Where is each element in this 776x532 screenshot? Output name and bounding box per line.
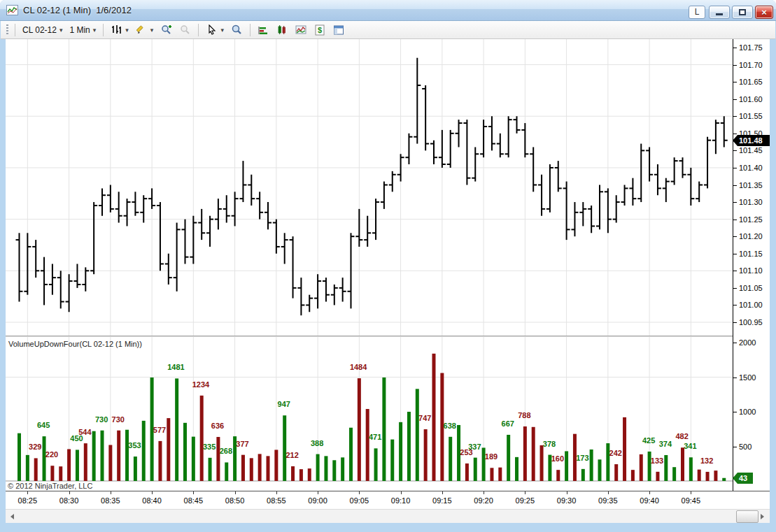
volume-label: 667 — [502, 419, 514, 428]
link-button[interactable]: L — [689, 6, 705, 19]
volume-label: 133 — [651, 456, 663, 465]
svg-text:$: $ — [318, 26, 322, 34]
volume-label: 220 — [45, 450, 58, 459]
volume-label: 242 — [609, 449, 622, 457]
cursor-tool-button[interactable]: ▾ — [202, 22, 227, 38]
price-tick-label: 101.00 — [739, 301, 763, 309]
volume-label: 947 — [278, 400, 290, 408]
price-tick-label: 101.75 — [739, 43, 763, 52]
drawing-tool-button[interactable]: ▾ — [132, 22, 157, 38]
toolbar: CL 02-12▾ 1 Min▾ ▾ ▾ ▾ $ — [1, 21, 775, 39]
volume-label: 337 — [468, 443, 481, 451]
volume-label: 730 — [112, 415, 125, 424]
price-tick-label: 101.55 — [739, 112, 763, 120]
time-tick-label: 09:15 — [427, 496, 458, 505]
price-tick-label: 101.40 — [739, 164, 763, 172]
volume-label: 335 — [203, 443, 216, 451]
close-button[interactable]: × — [755, 6, 773, 19]
volume-label: 378 — [543, 440, 556, 448]
volume-label: 730 — [95, 415, 108, 424]
indicators-button[interactable] — [254, 22, 273, 38]
volume-label: 377 — [236, 440, 248, 448]
zoom-out-button[interactable] — [176, 22, 195, 38]
time-tick-label: 09:30 — [551, 496, 582, 505]
volume-label: 544 — [78, 428, 91, 436]
time-tick-label: 08:50 — [220, 496, 251, 505]
price-tick-label: 101.35 — [739, 181, 763, 189]
volume-label: 1234 — [192, 380, 209, 389]
interval-selector[interactable]: 1 Min▾ — [66, 22, 99, 38]
properties-icon — [333, 24, 345, 36]
toolbar-grip[interactable] — [6, 24, 8, 36]
time-tick-label: 09:45 — [675, 496, 706, 505]
chevron-down-icon: ▾ — [150, 27, 154, 34]
time-tick-label: 09:00 — [302, 496, 333, 505]
volume-label: 212 — [285, 451, 298, 459]
price-chart[interactable] — [6, 39, 733, 336]
badge-arrow-icon — [733, 473, 738, 484]
restore-button[interactable] — [732, 6, 753, 19]
data-box-button[interactable] — [227, 22, 246, 38]
volume-label: 173 — [576, 454, 588, 462]
separator — [15, 24, 15, 36]
price-panel[interactable] — [6, 39, 733, 336]
minimize-button[interactable] — [709, 6, 730, 19]
chart-region-button[interactable] — [292, 22, 311, 38]
volume-label: 638 — [444, 422, 456, 430]
volume-label: 788 — [518, 411, 530, 419]
time-tick-label: 09:35 — [593, 496, 623, 505]
instrument-selector[interactable]: CL 02-12▾ — [19, 22, 66, 38]
price-tick-label: 101.25 — [739, 215, 763, 224]
chart-style-icon — [276, 24, 288, 36]
price-tick-label: 100.95 — [739, 318, 763, 326]
volume-label: 329 — [29, 443, 41, 451]
volume-label: 341 — [684, 442, 696, 450]
last-volume-badge: 43 — [738, 473, 753, 484]
price-tick-label: 101.05 — [739, 284, 763, 292]
horizontal-scrollbar[interactable] — [6, 509, 770, 523]
chart-region-icon — [295, 24, 307, 36]
properties-button[interactable] — [330, 22, 348, 38]
price-tick-label: 101.45 — [739, 146, 763, 154]
volume-chart[interactable] — [6, 337, 733, 491]
time-tick-label: 08:35 — [95, 496, 126, 505]
time-tick-label: 09:25 — [509, 496, 540, 505]
price-tick-label: 101.65 — [739, 78, 763, 86]
account-button[interactable]: $ — [311, 22, 330, 38]
minimize-icon — [716, 13, 723, 15]
time-tick-label: 09:10 — [386, 496, 416, 505]
copyright-text: © 2012 NinjaTrader, LLC — [8, 482, 92, 490]
title-bar[interactable]: CL 02-12 (1 Min) 1/6/2012 L × — [0, 0, 776, 21]
magnifier-icon — [231, 24, 243, 36]
price-axis[interactable]: 101.75101.70101.65101.60101.55101.50101.… — [733, 39, 770, 509]
scroll-left-arrow-icon[interactable] — [6, 510, 18, 524]
scroll-right-arrow-icon[interactable] — [756, 510, 768, 524]
volume-panel[interactable] — [6, 337, 733, 491]
price-tick-label: 101.10 — [739, 266, 763, 275]
time-tick-label: 08:30 — [54, 496, 85, 505]
volume-label: 425 — [642, 436, 655, 445]
time-axis[interactable]: 08:2508:3008:3508:4008:4508:5008:5509:00… — [6, 491, 770, 509]
chart-style-button[interactable] — [273, 22, 292, 38]
volume-label: 374 — [659, 440, 672, 448]
time-tick-label: 09:05 — [344, 496, 374, 505]
zoom-in-button[interactable] — [157, 22, 176, 38]
restore-icon — [739, 9, 746, 15]
price-tick-label: 101.70 — [739, 61, 763, 69]
volume-label: 482 — [675, 432, 688, 440]
volume-label: 132 — [700, 456, 713, 465]
volume-label: 388 — [311, 439, 323, 447]
chevron-down-icon: ▾ — [59, 27, 63, 34]
volume-label: 1481 — [167, 363, 184, 371]
pencil-icon — [136, 24, 148, 36]
time-tick-label: 08:25 — [12, 496, 43, 505]
separator — [198, 24, 199, 36]
time-tick-label: 09:40 — [634, 496, 665, 505]
bar-type-button[interactable]: ▾ — [107, 22, 132, 38]
time-tick-label: 08:40 — [136, 496, 167, 505]
last-price-badge: 101.48 — [738, 135, 770, 146]
volume-tick-label: 500 — [739, 443, 752, 451]
time-tick-label: 09:20 — [468, 496, 499, 505]
volume-tick-label: 1000 — [739, 408, 756, 416]
volume-label: 471 — [369, 433, 381, 441]
